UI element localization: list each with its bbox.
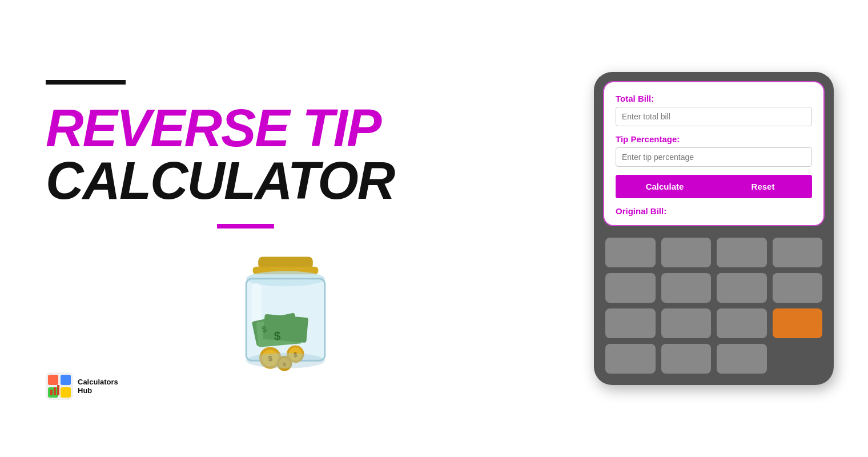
svg-rect-23	[61, 375, 71, 385]
svg-rect-25	[61, 387, 71, 398]
key-12[interactable]	[605, 344, 656, 374]
key-9[interactable]	[605, 308, 656, 338]
total-bill-input[interactable]	[616, 107, 812, 126]
key-6[interactable]	[661, 273, 712, 303]
logo-text-bottom: Hub	[78, 386, 118, 395]
key-5[interactable]	[605, 273, 656, 303]
logo-text-top: Calculators	[78, 378, 118, 386]
svg-text:$: $	[274, 329, 281, 342]
key-2[interactable]	[661, 238, 712, 267]
svg-rect-24	[48, 387, 58, 398]
calculator-screen: Total Bill: Tip Percentage: Calculate Re…	[603, 81, 825, 226]
original-bill-label: Original Bill:	[616, 206, 812, 216]
key-11[interactable]	[717, 308, 767, 338]
top-bar-decoration	[46, 80, 126, 85]
reset-button[interactable]: Reset	[714, 175, 812, 198]
calculate-button[interactable]: Calculate	[616, 175, 714, 198]
svg-rect-22	[48, 375, 58, 385]
svg-rect-28	[57, 385, 59, 395]
purple-bar-decoration	[217, 224, 274, 228]
key-8[interactable]	[773, 273, 823, 303]
title-line2: CALCULATOR	[46, 154, 525, 207]
key-orange-tall[interactable]	[773, 308, 823, 338]
svg-rect-26	[50, 390, 53, 395]
key-10[interactable]	[661, 308, 712, 338]
title-line1: REVERSE TIP	[46, 102, 525, 154]
tip-percentage-label: Tip Percentage:	[616, 134, 812, 144]
calculator: Total Bill: Tip Percentage: Calculate Re…	[594, 72, 834, 385]
key-13[interactable]	[661, 344, 712, 374]
svg-point-20	[246, 353, 325, 368]
logo-area: Calculators Hub	[46, 372, 118, 400]
right-section: Total Bill: Tip Percentage: Calculate Re…	[560, 49, 868, 408]
svg-rect-8	[263, 314, 308, 343]
left-section: REVERSE TIP CALCULATOR $ $ $	[0, 46, 560, 411]
svg-rect-27	[54, 387, 56, 395]
key-3[interactable]	[717, 238, 767, 267]
jar-illustration: $ $ $ $ $	[46, 251, 525, 377]
key-4[interactable]	[773, 238, 823, 267]
key-7[interactable]	[717, 273, 767, 303]
keypad	[603, 235, 825, 376]
total-bill-label: Total Bill:	[616, 94, 812, 103]
key-1[interactable]	[605, 238, 656, 267]
logo-text: Calculators Hub	[78, 378, 118, 395]
key-14[interactable]	[717, 344, 767, 374]
tip-percentage-input[interactable]	[616, 147, 812, 167]
logo-icon	[46, 372, 73, 400]
action-buttons-row: Calculate Reset	[616, 175, 812, 198]
